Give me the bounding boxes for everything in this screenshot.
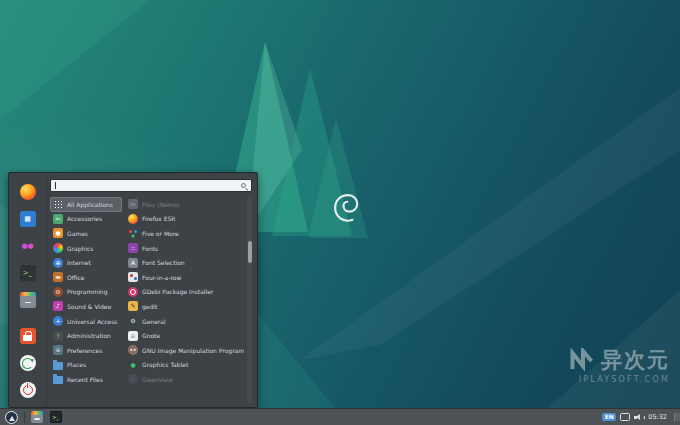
session-buttons [19, 327, 37, 399]
all-applications-icon [53, 199, 63, 209]
five-or-more-icon [128, 228, 138, 238]
app-gnu-image-manipulation-program[interactable]: •• GNU Image Manipulation Program [125, 343, 247, 358]
gnote-icon: ≡ [128, 331, 138, 341]
font-selection-icon: A [128, 258, 138, 268]
app-four-in-a-row[interactable]: Four-in-a-row [125, 270, 247, 285]
programming-icon: ⚙ [53, 287, 63, 297]
app-firefox-esr[interactable]: Firefox ESR [125, 212, 247, 227]
category-all-applications[interactable]: All Applications [50, 197, 122, 212]
category-graphics[interactable]: Graphics [50, 241, 122, 256]
recent-files-icon [53, 376, 63, 384]
lock-screen-button[interactable] [19, 327, 37, 345]
lock-icon [20, 328, 36, 344]
screen: 异次元 IPLAYSOFT.COM ▦ ●● [0, 0, 680, 425]
taskbar-left: >_ [0, 410, 63, 425]
four-in-a-row-icon [128, 272, 138, 282]
app-gdebi-package-installer[interactable]: GDebi Package Installer [125, 285, 247, 300]
system-tray: EN 05:32 [602, 413, 680, 422]
universal-access-icon: + [53, 316, 63, 326]
category-preferences[interactable]: ≡ Preferences [50, 343, 122, 358]
watermark: 异次元 IPLAYSOFT.COM [569, 348, 670, 384]
category-recent-files[interactable]: Recent Files [50, 372, 122, 387]
firefox-icon [20, 184, 36, 200]
app-gnote[interactable]: ≡ Gnote [125, 328, 247, 343]
category-administration[interactable]: Y Administration [50, 328, 122, 343]
category-places[interactable]: Places [50, 358, 122, 373]
applications-menu: ▦ ●● >_ [8, 172, 258, 408]
category-sound-video[interactable]: ♪ Sound & Video [50, 299, 122, 314]
logout-icon [20, 355, 36, 371]
category-programming[interactable]: ⚙ Programming [50, 285, 122, 300]
app-five-or-more[interactable]: Five or More [125, 226, 247, 241]
show-desktop-button[interactable] [674, 413, 680, 422]
graphics-icon [53, 243, 63, 253]
administration-icon: Y [53, 331, 63, 341]
app-files-nemo-[interactable]: ▬ Files (Nemo) [125, 197, 247, 212]
favorite-file-manager[interactable] [19, 291, 37, 309]
file-manager-icon [31, 411, 43, 423]
terminal-icon: >_ [50, 411, 62, 423]
shutdown-icon [20, 382, 36, 398]
app-graphics-tablet[interactable]: ● Graphics Tablet [125, 358, 247, 373]
category-list: All Applications ✂ Accessories ● Games [50, 197, 122, 403]
debian-swirl-logo [329, 190, 361, 227]
terminal-icon: >_ [20, 265, 36, 281]
keyboard-layout-indicator[interactable]: EN [602, 413, 616, 422]
watermark-site: IPLAYSOFT.COM [569, 375, 670, 384]
app-gedit[interactable]: ✎ gedit [125, 299, 247, 314]
category-office[interactable]: ▬ Office [50, 270, 122, 285]
favorite-package-installer[interactable]: ●● [19, 237, 37, 255]
volume-icon[interactable] [634, 413, 644, 421]
distro-logo-icon [5, 411, 18, 424]
iplaysoft-logo-icon [569, 348, 595, 372]
file-manager-icon [20, 292, 36, 308]
files-nemo-icon: ▬ [128, 199, 138, 209]
sound-and-video-icon: ♪ [53, 301, 63, 311]
favorite-terminal[interactable]: >_ [19, 264, 37, 282]
app-list-scrollbar[interactable] [247, 197, 252, 403]
category-accessories[interactable]: ✂ Accessories [50, 212, 122, 227]
menu-main-column: All Applications ✂ Accessories ● Games [47, 173, 257, 407]
taskbar: >_ EN 05:32 [0, 408, 680, 425]
menu-search[interactable] [50, 179, 252, 192]
games-icon: ● [53, 228, 63, 238]
app-gwenview[interactable]: G Gwenview [125, 372, 247, 387]
office-icon: ▬ [53, 272, 63, 282]
category-universal-access[interactable]: + Universal Access [50, 314, 122, 329]
package-installer-icon: ●● [20, 238, 36, 254]
fonts-icon: :: [128, 243, 138, 253]
search-icon [241, 183, 246, 188]
gimp-icon: •• [128, 345, 138, 355]
preferences-icon: ≡ [53, 345, 63, 355]
app-font-selection[interactable]: A Font Selection [125, 255, 247, 270]
app-fonts[interactable]: :: Fonts [125, 241, 247, 256]
menu-lists: All Applications ✂ Accessories ● Games [50, 197, 252, 403]
shutdown-button[interactable] [19, 381, 37, 399]
taskbar-separator [24, 411, 25, 423]
menu-favorites-column: ▦ ●● >_ [9, 173, 47, 407]
general-icon: ⚙ [128, 316, 138, 326]
watermark-brand: 异次元 [601, 350, 670, 371]
gdebi-package-installer-icon [128, 287, 138, 297]
gedit-icon: ✎ [128, 301, 138, 311]
application-list: ▬ Files (Nemo) Firefox ESR Five or More [122, 197, 247, 403]
category-games[interactable]: ● Games [50, 226, 122, 241]
terminal-launcher[interactable]: >_ [48, 410, 63, 425]
clock[interactable]: 05:32 [648, 413, 667, 421]
internet-icon: ⊕ [53, 258, 63, 268]
accessories-icon: ✂ [53, 214, 63, 224]
favorite-software-manager[interactable]: ▦ [19, 210, 37, 228]
scrollbar-thumb[interactable] [248, 241, 252, 263]
firefox-icon [128, 214, 138, 224]
graphics-tablet-icon: ● [128, 360, 138, 370]
app-general[interactable]: ⚙ General [125, 314, 247, 329]
logout-button[interactable] [19, 354, 37, 372]
search-input[interactable] [51, 180, 251, 191]
favorites-list: ▦ ●● >_ [19, 183, 37, 309]
menu-button[interactable] [3, 410, 20, 425]
category-internet[interactable]: ⊕ Internet [50, 255, 122, 270]
display-icon[interactable] [620, 413, 630, 421]
files-launcher[interactable] [29, 410, 44, 425]
gwenview-icon: G [128, 374, 138, 384]
favorite-firefox[interactable] [19, 183, 37, 201]
